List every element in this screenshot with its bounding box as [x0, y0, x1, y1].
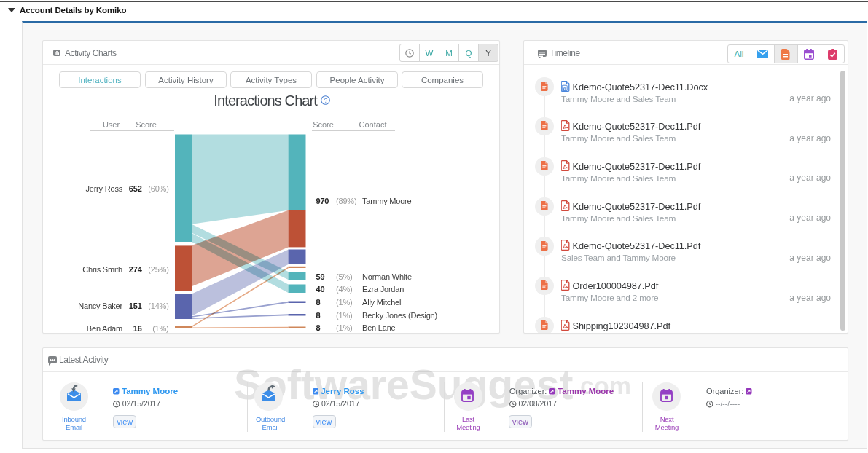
svg-text:w: w	[562, 85, 567, 90]
